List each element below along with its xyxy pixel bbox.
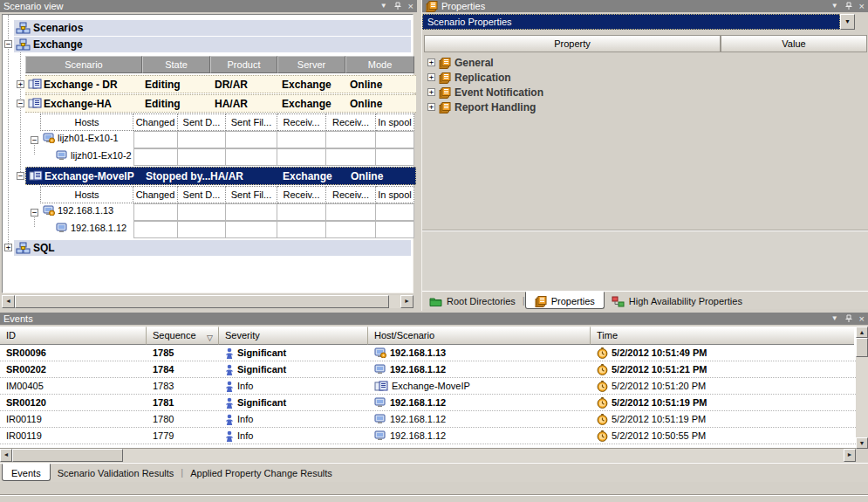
host-column-sent-files[interactable]: Sent Fil...	[226, 186, 277, 203]
property-group-label: General	[455, 57, 494, 69]
host-column-received-2[interactable]: Receiv...	[326, 186, 376, 203]
tree-group-exchange[interactable]: Exchange	[14, 37, 411, 52]
host-column-sent-data[interactable]: Sent D...	[178, 113, 226, 131]
dropdown-arrow-icon[interactable]: ▼	[840, 14, 855, 30]
scenario-row-exchange-ha[interactable]: Exchange-HA Editing HA/AR Exchange Onlin…	[25, 94, 416, 113]
events-column-severity[interactable]: Severity	[219, 327, 368, 345]
property-group-general[interactable]: + General	[422, 56, 868, 71]
event-severity: Significant	[237, 347, 286, 358]
host-table-header: Hosts Changed Sent D... Sent Fil... Rece…	[40, 186, 414, 203]
scroll-right-icon[interactable]: ►	[400, 295, 413, 308]
hscroll-thumb[interactable]	[15, 295, 389, 308]
pin-icon[interactable]	[844, 2, 853, 10]
collapse-box-exchange[interactable]: −	[4, 40, 12, 48]
tab-scenario-validation-results[interactable]: Scenario Validation Results	[51, 464, 181, 481]
close-icon[interactable]: ×	[859, 0, 865, 12]
expand-box-sql[interactable]: +	[4, 244, 12, 251]
host-column-hosts[interactable]: Hosts	[40, 113, 133, 131]
events-vscrollbar[interactable]: ▲ ▼	[856, 327, 868, 449]
tab-events[interactable]: Events	[2, 464, 51, 481]
clock-icon	[597, 430, 608, 442]
event-row[interactable]: IM00405 1783 Info Exchange-MoveIP 5/2/20…	[0, 378, 856, 395]
host-column-received-1[interactable]: Receiv...	[277, 186, 326, 203]
event-severity: Info	[237, 381, 253, 391]
expand-box[interactable]: +	[427, 73, 435, 81]
expand-box[interactable]: +	[427, 58, 435, 66]
chevron-down-icon[interactable]: ▼	[380, 0, 387, 12]
scenario-view-hscrollbar[interactable]: ◄ ►	[2, 295, 413, 308]
tab-properties[interactable]: Properties	[525, 292, 605, 309]
hscroll-thumb[interactable]	[12, 449, 123, 462]
tab-high-availability-properties[interactable]: High Availability Properties	[605, 292, 749, 309]
property-group-event-notification[interactable]: + Event Notification	[422, 86, 868, 100]
close-icon[interactable]: ×	[408, 0, 413, 12]
event-sequence: 1779	[147, 428, 219, 444]
column-header-mode[interactable]: Mode	[345, 56, 414, 73]
scroll-left-icon[interactable]: ◄	[2, 295, 15, 308]
host-column-received-2[interactable]: Receiv...	[326, 113, 376, 131]
host-column-received-1[interactable]: Receiv...	[277, 113, 326, 131]
scenario-state: Editing	[145, 95, 181, 113]
column-header-state[interactable]: State	[142, 56, 210, 73]
chevron-down-icon[interactable]: ▼	[831, 313, 838, 325]
value-column-header[interactable]: Value	[721, 35, 867, 52]
events-column-host-scenario[interactable]: Host/Scenario	[368, 327, 591, 345]
host-column-sent-files[interactable]: Sent Fil...	[226, 113, 277, 131]
event-row[interactable]: SR00096 1785 Significant 192.168.1.13 5/…	[0, 345, 856, 361]
collapse-box-exchange-ha[interactable]: −	[17, 100, 24, 107]
column-header-server[interactable]: Server	[277, 56, 345, 73]
host-column-in-spool[interactable]: In spool	[376, 113, 414, 131]
vscroll-thumb[interactable]	[856, 338, 868, 357]
scenario-row-exchange-dr[interactable]: Exchange - DR Editing DR/AR Exchange Onl…	[25, 75, 416, 93]
host-row-replica[interactable]: lijzh01-Ex10-2	[3, 148, 414, 166]
scenario-view-titlebar: Scenario view ▼ ×	[0, 0, 417, 12]
tree-group-scenarios[interactable]: Scenarios	[14, 20, 411, 36]
event-row[interactable]: SR00202 1784 Significant 192.168.1.12 5/…	[0, 361, 856, 378]
papers-icon	[535, 296, 547, 307]
host-row-replica[interactable]: 192.168.1.12	[3, 221, 414, 238]
pin-icon[interactable]	[393, 2, 402, 10]
host-column-hosts[interactable]: Hosts	[40, 186, 133, 203]
property-column-header[interactable]: Property	[424, 35, 721, 52]
host-column-in-spool[interactable]: In spool	[376, 186, 414, 203]
property-group-replication[interactable]: + Replication	[422, 71, 868, 86]
expand-box[interactable]: +	[427, 103, 435, 111]
event-row[interactable]: IR00119 1779 Info 192.168.1.12 5/2/2012 …	[0, 428, 856, 444]
properties-selector[interactable]: Scenario Properties	[422, 14, 840, 30]
host-column-sent-data[interactable]: Sent D...	[178, 186, 226, 203]
events-hscrollbar[interactable]: ◄ ►	[0, 449, 856, 462]
tree-group-sql[interactable]: SQL	[14, 240, 411, 256]
scroll-right-icon[interactable]: ►	[844, 449, 856, 462]
property-group-report-handling[interactable]: + Report Handling	[422, 100, 868, 115]
collapse-box-exchange-moveip[interactable]: −	[17, 172, 24, 180]
papers-icon	[439, 102, 451, 113]
close-icon[interactable]: ×	[859, 313, 865, 325]
scroll-left-icon[interactable]: ◄	[0, 449, 12, 462]
events-column-id[interactable]: ID	[0, 327, 147, 345]
host-row-master[interactable]: lijzh01-Ex10-1	[3, 131, 414, 148]
tab-root-directories[interactable]: Root Directories	[422, 292, 523, 309]
host-column-changed[interactable]: Changed	[133, 186, 178, 203]
tab-applied-property-change-results[interactable]: Applied Property Change Results	[183, 464, 339, 481]
event-row[interactable]: IR00119 1780 Info 192.168.1.12 5/2/2012 …	[0, 411, 856, 428]
scenario-state: Stopped by...	[146, 168, 210, 185]
scenario-row-exchange-moveip[interactable]: Exchange-MoveIP Stopped by... HA/AR Exch…	[25, 167, 416, 185]
host-column-changed[interactable]: Changed	[133, 113, 178, 131]
chevron-down-icon[interactable]: ▼	[831, 0, 838, 12]
column-header-product[interactable]: Product	[210, 56, 277, 73]
expand-box[interactable]: +	[427, 88, 435, 96]
scenario-view-panel: Scenario view ▼ × Scenarios − Exchange	[0, 0, 417, 311]
column-header-scenario[interactable]: Scenario	[25, 56, 142, 73]
events-column-sequence[interactable]: Sequence▽	[147, 327, 219, 345]
scroll-up-icon[interactable]: ▲	[856, 327, 868, 338]
expand-box-exchange-dr[interactable]: +	[17, 80, 24, 88]
clock-icon	[597, 364, 608, 375]
scroll-down-icon[interactable]: ▼	[856, 437, 868, 449]
host-row-master[interactable]: 192.168.1.13	[3, 203, 414, 221]
event-id: SR00120	[0, 395, 147, 410]
event-row[interactable]: SR00120 1781 Significant 192.168.1.12 5/…	[0, 395, 856, 411]
events-header-row: ID Sequence▽ Severity Host/Scenario Time	[0, 327, 856, 345]
pin-icon[interactable]	[844, 314, 853, 323]
events-column-time[interactable]: Time	[591, 327, 854, 345]
properties-title: Properties	[441, 0, 485, 12]
